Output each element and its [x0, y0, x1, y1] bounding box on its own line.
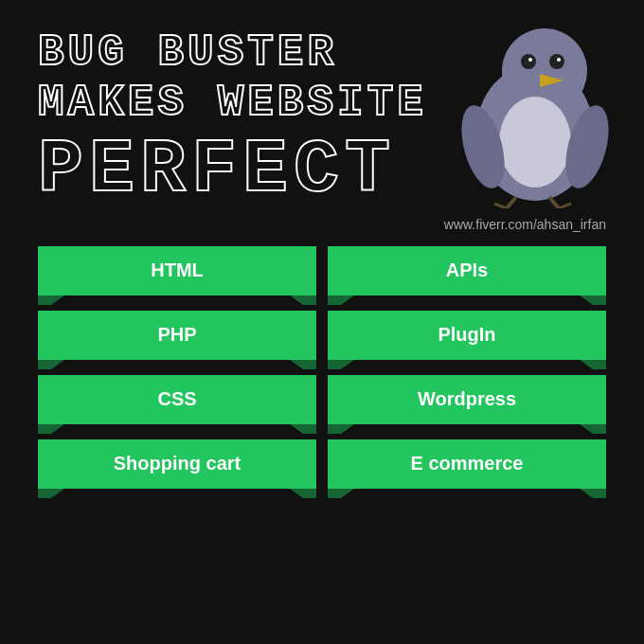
banner-label-left-0: HTML — [151, 259, 204, 281]
svg-point-3 — [521, 54, 536, 69]
svg-point-2 — [499, 97, 571, 188]
banner-item-left-3: Shopping cart — [38, 439, 316, 489]
svg-line-11 — [494, 204, 507, 208]
banner-label-right-3: E commerce — [411, 453, 524, 474]
svg-line-10 — [507, 197, 516, 208]
banner-label-right-2: Wordpress — [418, 388, 516, 410]
banner-item-right-0: APIs — [328, 246, 606, 295]
banner-label-right-0: APIs — [446, 259, 488, 281]
bird-illustration — [455, 9, 616, 199]
banner-item-right-2: Wordpress — [328, 375, 606, 424]
banner-item-left-2: CSS — [38, 375, 316, 424]
banner-item-right-3: E commerce — [328, 439, 606, 489]
banner-label-left-3: Shopping cart — [114, 453, 241, 474]
banner-label-left-1: PHP — [157, 324, 196, 346]
svg-point-6 — [557, 58, 561, 62]
banner-item-left-1: PHP — [38, 311, 316, 360]
svg-point-4 — [528, 58, 532, 62]
svg-line-14 — [549, 197, 559, 208]
banner-item-left-0: HTML — [38, 246, 316, 295]
svg-line-15 — [559, 204, 571, 208]
banners-grid: HTMLAPIsPHPPlugInCSSWordpressShopping ca… — [28, 246, 616, 492]
svg-point-5 — [549, 54, 564, 69]
fiverr-url: www.fiverr.com/ahsan_irfan — [28, 217, 616, 232]
banner-item-right-1: PlugIn — [328, 311, 606, 360]
main-container: BUG BUSTER MAKES WEBSITE PERFECT www.fiv… — [0, 0, 644, 644]
banner-label-right-1: PlugIn — [438, 324, 495, 346]
banner-label-left-2: CSS — [157, 388, 196, 410]
